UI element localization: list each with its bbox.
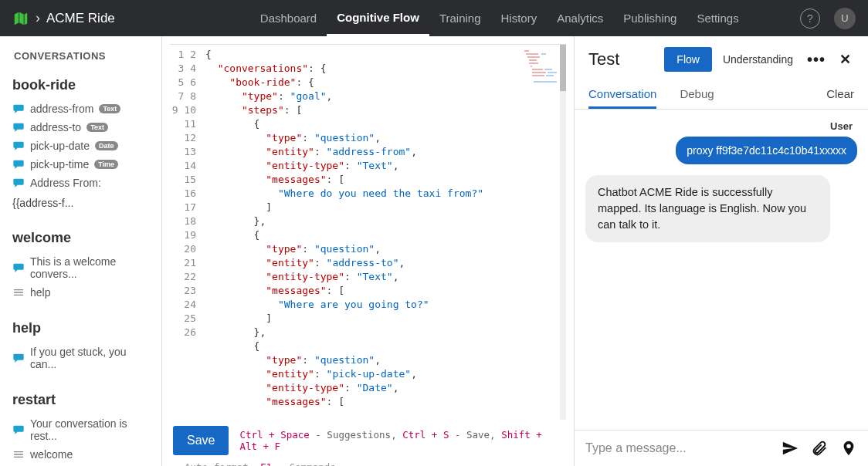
text-cursor-icon — [284, 131, 285, 144]
location-icon[interactable] — [840, 440, 857, 457]
sidebar-item-label: help — [30, 286, 50, 299]
keyboard-hints-2: - Auto format, F1 - Commands — [173, 461, 563, 466]
list-icon — [12, 287, 25, 298]
sidebar-item-label: pick-up-date — [30, 140, 90, 152]
line-gutter: 1 2 3 4 5 6 7 8 9 10 11 12 13 14 15 16 1… — [170, 45, 202, 420]
brand-group[interactable]: › ACME Ride — [12, 10, 115, 27]
conversations-sidebar: CONVERSATIONS book-ride address-from Tex… — [0, 36, 162, 466]
editor-scrollbar[interactable] — [560, 45, 566, 420]
chat-icon — [12, 353, 25, 363]
test-title: Test — [588, 49, 619, 69]
code-area[interactable]: { "conversations": { "book-ride": { "typ… — [202, 45, 566, 420]
sidebar-item-address-to[interactable]: address-to Text — [12, 118, 149, 137]
editor-footer: Save Ctrl + Space - Suggestions, Ctrl + … — [162, 420, 574, 466]
scrollbar-thumb[interactable] — [560, 45, 566, 91]
chat-icon — [12, 159, 25, 170]
mode-flow-button[interactable]: Flow — [664, 47, 712, 72]
sidebar-item-welcome-ref[interactable]: welcome — [12, 445, 149, 464]
chat-log: User proxy ff9f3e7dc11c4c10b41xxxxx Chat… — [575, 110, 868, 430]
type-badge: Time — [94, 160, 118, 169]
json-editor: 1 2 3 4 5 6 7 8 9 10 11 12 13 14 15 16 1… — [162, 36, 575, 466]
user-message: proxy ff9f3e7dc11c4c10b41xxxxx — [676, 137, 857, 164]
chat-icon — [12, 177, 25, 188]
sidebar-item-pick-up-time[interactable]: pick-up-time Time — [12, 155, 149, 174]
type-badge: Date — [95, 141, 118, 150]
chevron-right-icon: › — [36, 10, 40, 26]
avatar[interactable]: U — [834, 8, 856, 29]
type-badge: Text — [86, 123, 108, 132]
chat-icon — [12, 122, 25, 133]
sidebar-item-address-from[interactable]: address-from Text — [12, 100, 149, 118]
bot-message: Chatbot ACME Ride is successfully mapped… — [585, 175, 830, 242]
nav-history[interactable]: History — [491, 0, 548, 36]
sidebar-title: CONVERSATIONS — [0, 36, 161, 69]
chat-icon — [12, 103, 25, 114]
sidebar-item-help-msg[interactable]: If you get stuck, you can... — [12, 343, 149, 373]
sidebar-item-tail: {{address-f... — [12, 192, 149, 211]
sidebar-item-label: This is a welcome convers... — [30, 255, 149, 280]
message-input[interactable] — [585, 441, 769, 455]
sidebar-item-address-from-msg[interactable]: Address From: — [12, 174, 149, 192]
save-button[interactable]: Save — [173, 426, 229, 455]
sidebar-item-pick-up-date[interactable]: pick-up-date Date — [12, 137, 149, 155]
nav-dashboard[interactable]: Dashboard — [250, 0, 327, 36]
logo-icon — [12, 10, 29, 27]
attachment-icon[interactable] — [811, 440, 828, 457]
keyboard-hints: Ctrl + Space - Suggestions, Ctrl + S - S… — [239, 429, 563, 452]
conv-group-welcome[interactable]: welcome — [12, 230, 149, 246]
more-icon[interactable]: ••• — [804, 51, 829, 69]
sidebar-item-label: If you get stuck, you can... — [30, 346, 149, 370]
sidebar-item-label: Your conversation is rest... — [30, 417, 149, 442]
close-icon[interactable]: ✕ — [836, 51, 854, 68]
chat-icon — [12, 424, 25, 435]
mode-understanding-button[interactable]: Understanding — [720, 47, 796, 72]
clear-button[interactable]: Clear — [826, 81, 854, 109]
sidebar-item-restart-msg[interactable]: Your conversation is rest... — [12, 414, 149, 445]
tab-conversation[interactable]: Conversation — [588, 81, 656, 109]
nav-settings[interactable]: Settings — [687, 0, 748, 36]
sidebar-item-label: welcome — [30, 448, 73, 461]
type-badge: Text — [99, 104, 120, 113]
chat-icon — [12, 262, 25, 273]
editor-body[interactable]: 1 2 3 4 5 6 7 8 9 10 11 12 13 14 15 16 1… — [170, 44, 566, 420]
brand-name: ACME Ride — [46, 11, 115, 26]
nav-analytics[interactable]: Analytics — [547, 0, 613, 36]
conv-group-restart[interactable]: restart — [12, 392, 149, 408]
sidebar-item-label: pick-up-time — [30, 158, 89, 171]
conv-group-help[interactable]: help — [12, 320, 149, 336]
sidebar-item-label: address-from — [30, 103, 93, 115]
sidebar-item-welcome-msg[interactable]: This is a welcome convers... — [12, 252, 149, 283]
help-icon[interactable]: ? — [800, 8, 820, 29]
sidebar-item-label: Address From: — [30, 177, 101, 189]
sidebar-item-help-ref[interactable]: help — [12, 283, 149, 302]
main-nav: Dashboard Cognitive Flow Training Histor… — [250, 0, 749, 36]
nav-cognitive-flow[interactable]: Cognitive Flow — [327, 0, 429, 36]
conv-group-book-ride[interactable]: book-ride — [12, 77, 149, 93]
nav-publishing[interactable]: Publishing — [613, 0, 687, 36]
app-header: › ACME Ride Dashboard Cognitive Flow Tra… — [0, 0, 868, 36]
minimap[interactable] — [523, 48, 561, 403]
tab-debug[interactable]: Debug — [680, 81, 714, 109]
chat-input-bar — [575, 430, 868, 466]
sidebar-item-label: address-to — [30, 121, 81, 133]
list-icon — [12, 449, 25, 460]
nav-training[interactable]: Training — [429, 0, 491, 36]
chat-icon — [12, 140, 25, 151]
test-panel: Test Flow Understanding ••• ✕ Conversati… — [575, 36, 868, 466]
user-label: User — [585, 120, 857, 132]
send-icon[interactable] — [782, 440, 798, 457]
